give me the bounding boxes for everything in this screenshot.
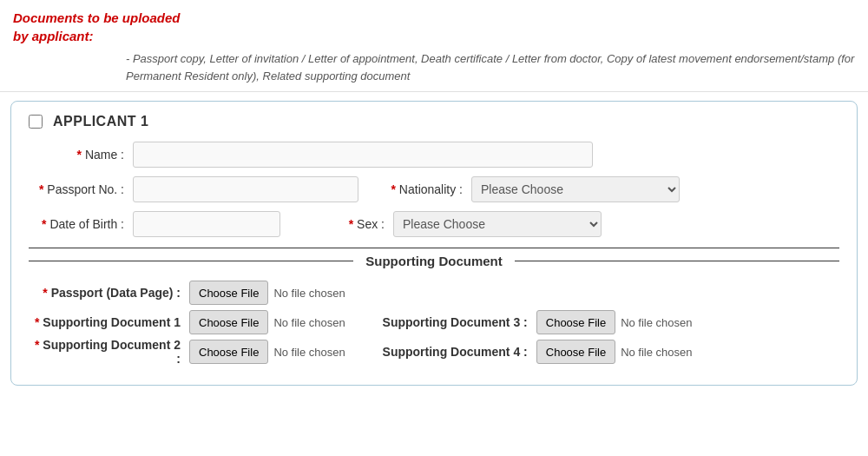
sup-doc1-file-upload: Choose File No file chosen — [189, 310, 345, 334]
name-label: * Name : — [29, 148, 133, 162]
nationality-field: * Nationality : Please Choose — [385, 176, 680, 202]
sup-doc4-choose-file-button[interactable]: Choose File — [536, 340, 615, 364]
sup-doc-2-4-row: * Supporting Document 2 : Choose File No… — [29, 338, 839, 366]
sup-doc4-label: Supporting Document 4 : — [363, 345, 536, 359]
docs-subtitle: - Passport copy, Letter of invitation / … — [126, 50, 855, 84]
applicant-checkbox[interactable] — [29, 115, 43, 129]
top-section: Documents to be uploaded by applicant: -… — [0, 0, 868, 92]
nationality-label: * Nationality : — [385, 182, 471, 196]
nationality-select[interactable]: Please Choose — [471, 176, 680, 202]
passport-label: * Passport No. : — [29, 182, 133, 196]
doc-rows: * Passport (Data Page) : Choose File No … — [29, 281, 839, 366]
sex-select[interactable]: Please Choose — [393, 211, 602, 237]
supporting-doc-section: Supporting Document * Passport (Data Pag… — [29, 248, 839, 366]
dob-sex-row: * Date of Birth : * Sex : Please Choose — [29, 211, 839, 237]
sup-doc2-no-file-text: No file chosen — [273, 346, 345, 359]
sup-doc2-choose-file-button[interactable]: Choose File — [189, 340, 268, 364]
sup-doc3-label: Supporting Document 3 : — [363, 315, 536, 329]
supporting-doc-title: Supporting Document — [353, 248, 515, 274]
sup-doc3-no-file-text: No file chosen — [621, 316, 692, 329]
docs-title: Documents to be uploaded by applicant: — [13, 9, 855, 45]
sup-doc1-label: * Supporting Document 1 — [29, 315, 189, 329]
dob-label: * Date of Birth : — [29, 217, 133, 231]
sup-doc2-label: * Supporting Document 2 : — [29, 338, 189, 366]
applicant-header: APPLICANT 1 — [29, 114, 839, 129]
applicant-title: APPLICANT 1 — [53, 114, 148, 129]
sex-label: * Sex : — [306, 217, 393, 231]
supporting-doc-title-row: Supporting Document — [29, 248, 839, 274]
name-input[interactable] — [133, 142, 593, 168]
passport-data-label: * Passport (Data Page) : — [29, 286, 189, 300]
sex-field: * Sex : Please Choose — [306, 211, 602, 237]
sup-doc-1-3-row: * Supporting Document 1 Choose File No f… — [29, 310, 839, 334]
sup-doc3-choose-file-button[interactable]: Choose File — [536, 310, 615, 334]
passport-input[interactable] — [133, 176, 358, 202]
passport-file-upload: Choose File No file chosen — [189, 281, 345, 305]
sup-doc4-file-upload: Choose File No file chosen — [536, 340, 693, 364]
sup-doc2-file-upload: Choose File No file chosen — [189, 340, 345, 364]
name-row: * Name : — [29, 142, 839, 168]
sup-doc1-no-file-text: No file chosen — [273, 316, 345, 329]
passport-no-file-text: No file chosen — [273, 287, 345, 300]
dob-input[interactable] — [133, 211, 280, 237]
sup-doc1-choose-file-button[interactable]: Choose File — [189, 310, 268, 334]
sup-doc4-no-file-text: No file chosen — [621, 346, 692, 359]
applicant-card: APPLICANT 1 * Name : * Passport No. : * … — [10, 101, 858, 386]
sup-doc3-file-upload: Choose File No file chosen — [536, 310, 693, 334]
passport-nationality-row: * Passport No. : * Nationality : Please … — [29, 176, 839, 202]
passport-choose-file-button[interactable]: Choose File — [189, 281, 268, 305]
passport-data-row: * Passport (Data Page) : Choose File No … — [29, 281, 839, 305]
